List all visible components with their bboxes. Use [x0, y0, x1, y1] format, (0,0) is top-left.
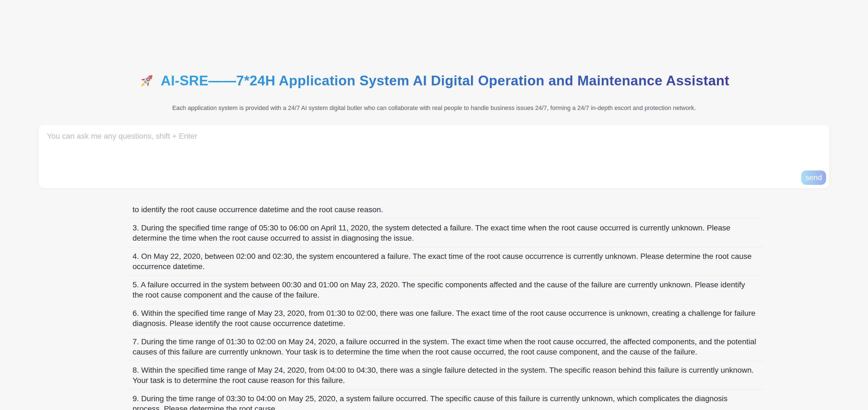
page-title-text: AI-SRE——7*24H Application System AI Digi…: [161, 73, 729, 89]
rocket-icon: [138, 72, 155, 89]
list-item[interactable]: 6. Within the specified time range of Ma…: [126, 304, 763, 333]
list-item[interactable]: 5. A failure occurred in the system betw…: [126, 276, 763, 304]
question-input-card: send: [38, 124, 830, 188]
list-item[interactable]: 7. During the time range of 01:30 to 02:…: [126, 333, 763, 361]
list-item[interactable]: 8. Within the specified time range of Ma…: [126, 361, 763, 389]
header: AI-SRE——7*24H Application System AI Digi…: [0, 0, 868, 112]
list-item[interactable]: 9. During the time range of 03:30 to 04:…: [126, 389, 763, 410]
question-list: to identify the root cause occurrence da…: [126, 201, 763, 410]
list-item[interactable]: to identify the root cause occurrence da…: [126, 201, 763, 219]
page-title: AI-SRE——7*24H Application System AI Digi…: [0, 72, 868, 89]
page-subtitle: Each application system is provided with…: [0, 104, 868, 112]
send-button[interactable]: send: [801, 171, 826, 185]
list-item[interactable]: 4. On May 22, 2020, between 02:00 and 02…: [126, 247, 763, 276]
question-input[interactable]: [39, 125, 829, 188]
page: AI-SRE——7*24H Application System AI Digi…: [0, 0, 868, 410]
list-item[interactable]: 3. During the specified time range of 05…: [126, 219, 763, 247]
